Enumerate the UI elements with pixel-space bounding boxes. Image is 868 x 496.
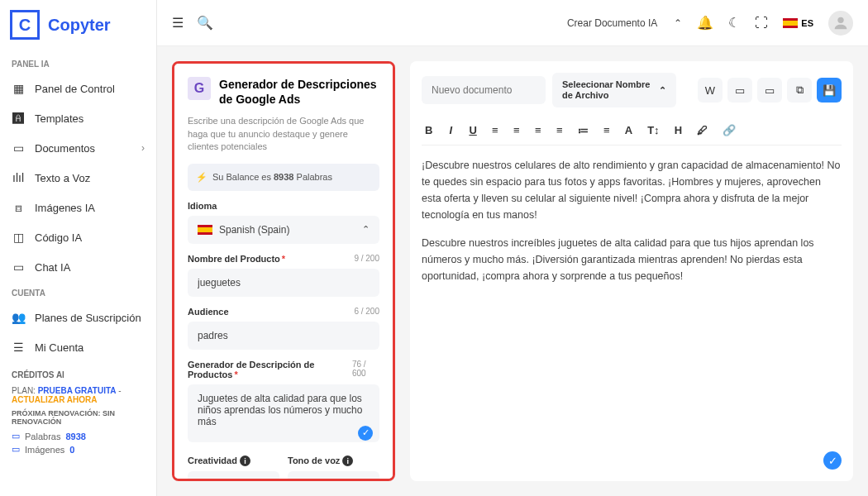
filename-select[interactable]: Seleecionar Nombre de Archivo⌃ [552,73,676,107]
moon-icon[interactable]: ☾ [728,15,740,31]
chevron-up-icon: ⌃ [362,224,370,235]
language-switcher[interactable]: ES [783,18,813,28]
info-icon[interactable]: i [342,455,353,466]
nav-chat[interactable]: ▭Chat IA [0,252,156,282]
paragraph: ¡Descubre nuestros celulares de alto ren… [422,157,842,223]
language-label: Idioma [188,201,379,211]
flag-es-icon [198,225,212,235]
topbar: ☰ 🔍 Crear Documento IA⌃ 🔔 ☾ ⛶ ES [157,0,868,46]
chat-icon: ▭ [12,431,20,441]
account-icon: ☰ [12,341,25,354]
tone-label: Tono de vozi [288,455,379,467]
image-icon: ▭ [12,444,20,455]
align-left-button[interactable]: ≡ [489,122,502,138]
avatar[interactable] [828,11,853,36]
menu-icon[interactable]: ☰ [172,15,184,31]
document-name-input[interactable] [422,76,546,104]
list-unordered-button[interactable]: ≡ [600,122,613,138]
subscription-icon: 👥 [12,311,25,324]
nav-templates[interactable]: 🅰Templates [0,103,156,133]
plan-upgrade-link[interactable]: ACTUALIZAR AHORA [12,395,98,404]
nav-imagenes[interactable]: ⧈Imágenes IA [0,193,156,222]
nav-planes[interactable]: 👥Planes de Suscripción [0,303,156,332]
heading-button[interactable]: H [671,122,685,138]
svg-point-0 [837,17,843,22]
audience-label: Audience6 / 200 [188,307,379,317]
editor-panel: Seleecionar Nombre de Archivo⌃ W ▭ ▭ ⧉ 💾… [410,61,853,481]
export-txt-button[interactable]: ▭ [757,78,782,103]
logo-mark: C [10,10,40,40]
create-doc-dropdown[interactable]: Crear Documento IA⌃ [567,17,682,29]
export-pdf-button[interactable]: ▭ [727,78,752,103]
credit-images: ▭Imágenes0 [12,444,145,455]
align-justify-button[interactable]: ≡ [553,122,566,138]
nav-documentos[interactable]: ▭Documentos› [0,133,156,163]
nav-panel-control[interactable]: ▦Panel de Control [0,74,156,103]
align-right-button[interactable]: ≡ [532,122,545,138]
export-word-button[interactable]: W [698,78,723,103]
creativity-select[interactable]: Media [188,471,279,481]
link-button[interactable]: 🔗 [719,122,739,138]
nav-label: Imágenes IA [35,202,95,214]
search-icon[interactable]: 🔍 [197,15,213,31]
product-input[interactable] [188,269,379,297]
nav-label: Templates [35,112,83,125]
font-button[interactable]: A [622,122,636,138]
sidebar: C Copyter PANEL IA ▦Panel de Control 🅰Te… [0,0,157,496]
credits-block: CRÉDITOS AI PLAN: PRUEBA GRATUITA - ACTU… [0,362,156,465]
main-area: ☰ 🔍 Crear Documento IA⌃ 🔔 ☾ ⛶ ES G Gener… [157,0,868,496]
images-icon: ⧈ [12,201,25,214]
form-title: Generador de Descripciones de Google Ads [219,77,379,107]
info-icon[interactable]: i [240,455,250,466]
audience-count: 6 / 200 [354,307,379,317]
underline-button[interactable]: U [465,122,479,138]
editor-toolbar: B I U ≡ ≡ ≡ ≡ ≔ ≡ A T↕ H 🖊 🔗 [422,116,842,145]
paragraph: Descubre nuestros increíbles juguetes de… [422,235,842,284]
list-ordered-button[interactable]: ≔ [575,122,592,138]
audio-icon: ılıl [12,171,25,184]
tone-select[interactable]: Casual [288,471,379,481]
plan-name[interactable]: PRUEBA GRATUITA [38,386,117,395]
nav-codigo[interactable]: ◫Código IA [0,222,156,252]
renew-text: PRÓXIMA RENOVACIÓN: SIN RENOVACIÓN [12,409,145,426]
nav-label: Documentos [35,142,95,155]
chevron-right-icon: › [141,142,145,154]
nav-label: Mi Cuenta [35,341,83,354]
section-cuenta: CUENTA [0,282,156,303]
templates-icon: 🅰 [12,112,25,125]
credit-words: ▭Palabras8938 [12,431,145,441]
nav-label: Panel de Control [35,83,115,95]
bell-icon[interactable]: 🔔 [697,15,713,31]
section-panel-ia: PANEL IA [0,53,156,74]
editor-content[interactable]: ¡Descubre nuestros celulares de alto ren… [422,157,842,470]
product-count: 9 / 200 [354,254,379,264]
font-size-button[interactable]: T↕ [644,122,662,138]
fullscreen-icon[interactable]: ⛶ [755,16,768,31]
nav-texto-voz[interactable]: ılılTexto a Voz [0,163,156,193]
nav-mi-cuenta[interactable]: ☰Mi Cuenta [0,332,156,362]
bold-button[interactable]: B [422,122,436,138]
audience-input[interactable] [188,322,379,350]
copy-button[interactable]: ⧉ [787,78,812,103]
floating-check-button[interactable]: ✓ [823,451,842,470]
dashboard-icon: ▦ [12,82,25,95]
nav-label: Código IA [35,231,82,244]
documents-icon: ▭ [12,141,25,155]
save-button[interactable]: 💾 [817,78,842,103]
plan-line: PLAN: PRUEBA GRATUITA - ACTUALIZAR AHORA [12,386,145,404]
chevron-up-icon: ⌃ [659,85,666,96]
gen-count: 76 / 600 [352,360,379,379]
brush-button[interactable]: 🖊 [694,122,711,138]
form-description: Escribe una descripción de Google Ads qu… [188,115,379,153]
bolt-icon: ⚡ [196,172,207,183]
chevron-up-icon: ⌃ [674,17,682,29]
italic-button[interactable]: I [444,122,457,138]
description-textarea[interactable] [188,384,379,442]
align-center-button[interactable]: ≡ [510,122,523,138]
nav-label: Texto a Voz [35,172,90,184]
logo-text: Copyter [48,16,111,35]
credits-title: CRÉDITOS AI [12,370,145,379]
code-icon: ◫ [12,231,25,244]
language-select[interactable]: Spanish (Spain) ⌃ [188,216,379,244]
logo[interactable]: C Copyter [0,10,156,53]
